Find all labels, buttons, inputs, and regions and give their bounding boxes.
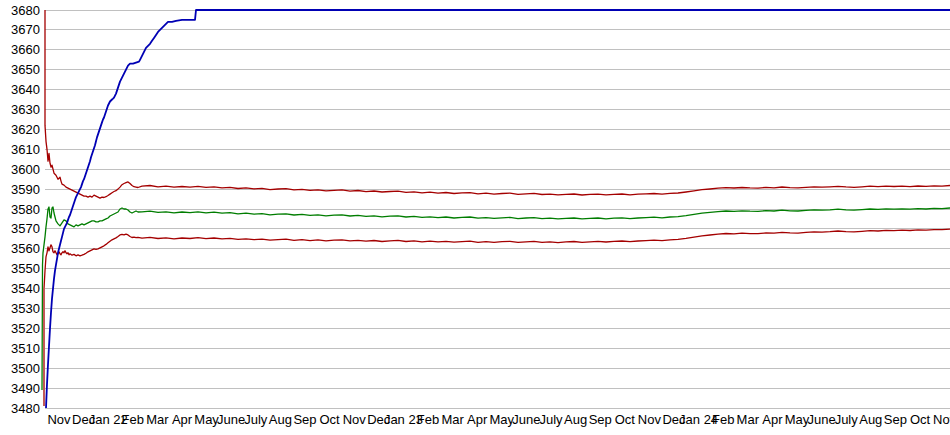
x-axis-tick-label: Mar <box>737 412 760 427</box>
x-axis-tick-label: Oct <box>910 412 931 427</box>
x-axis-tick-label: June <box>217 412 245 427</box>
rating-history-chart: 3680367036603650364036303620361036003590… <box>0 0 950 435</box>
y-axis-tick-label: 3560 <box>11 241 40 256</box>
y-axis-tick-label: 3610 <box>11 142 40 157</box>
y-axis-tick-label: 3520 <box>11 321 40 336</box>
x-axis-tick-label: Aug <box>269 412 292 427</box>
x-axis-tick-label: Feb <box>122 412 144 427</box>
x-axis-tick-label: Oct <box>319 412 340 427</box>
x-axis-tick-label: Nov <box>933 412 950 427</box>
y-axis-tick-label: 3650 <box>11 62 40 77</box>
y-axis-tick-label: 3630 <box>11 102 40 117</box>
x-axis-tick-label: May <box>490 412 515 427</box>
y-axis-tick-label: 3510 <box>11 341 40 356</box>
x-axis-tick-label: Mar <box>441 412 464 427</box>
x-axis-tick-label: Sep <box>589 412 612 427</box>
y-axis-tick-label: 3680 <box>11 3 40 18</box>
x-axis-tick-label: Oct <box>615 412 636 427</box>
x-axis-tick-label: Nov <box>343 412 367 427</box>
y-axis-tick-label: 3540 <box>11 281 40 296</box>
x-axis-tick-label: June <box>807 412 835 427</box>
series-lower-band-line <box>44 229 950 406</box>
y-axis-tick-label: 3490 <box>11 381 40 396</box>
y-axis-tick-label: 3530 <box>11 301 40 316</box>
y-axis-tick-label: 3670 <box>11 22 40 37</box>
y-axis-tick-label: 3500 <box>11 361 40 376</box>
x-axis-tick-label: Nov <box>638 412 662 427</box>
x-axis-tick-label: Sep <box>884 412 907 427</box>
x-axis-tick-label: Apr <box>172 412 193 427</box>
x-axis-tick-label: Aug <box>564 412 587 427</box>
chart-container: 3680367036603650364036303620361036003590… <box>0 0 950 435</box>
y-axis-tick-label: 3580 <box>11 202 40 217</box>
y-axis-tick-label: 3640 <box>11 82 40 97</box>
y-axis-tick-label: 3660 <box>11 42 40 57</box>
series-upper-band-line <box>45 10 950 198</box>
x-axis-tick-label: July <box>835 412 859 427</box>
x-axis-tick-label: Sep <box>293 412 316 427</box>
x-axis-tick-label: Mar <box>146 412 169 427</box>
y-axis-tick-label: 3570 <box>11 221 40 236</box>
x-axis-tick-label: Apr <box>467 412 488 427</box>
x-axis-tick-label: July <box>539 412 563 427</box>
x-axis-tick-label: Feb <box>712 412 734 427</box>
x-axis-tick-label: June <box>512 412 540 427</box>
x-axis-tick-label: May <box>194 412 219 427</box>
y-axis-tick-label: 3600 <box>11 162 40 177</box>
y-axis-tick-label: 3620 <box>11 122 40 137</box>
y-axis-tick-label: 3480 <box>11 401 40 416</box>
y-axis-tick-label: 3550 <box>11 261 40 276</box>
x-axis-tick-label: Apr <box>762 412 783 427</box>
x-axis-tick-label: July <box>244 412 268 427</box>
x-axis-tick-label: Feb <box>417 412 439 427</box>
x-axis-tick-label: May <box>785 412 810 427</box>
y-axis-tick-label: 3590 <box>11 182 40 197</box>
x-axis-tick-label: Aug <box>859 412 882 427</box>
x-axis-tick-label: Nov <box>47 412 71 427</box>
series-center-line <box>42 207 950 390</box>
